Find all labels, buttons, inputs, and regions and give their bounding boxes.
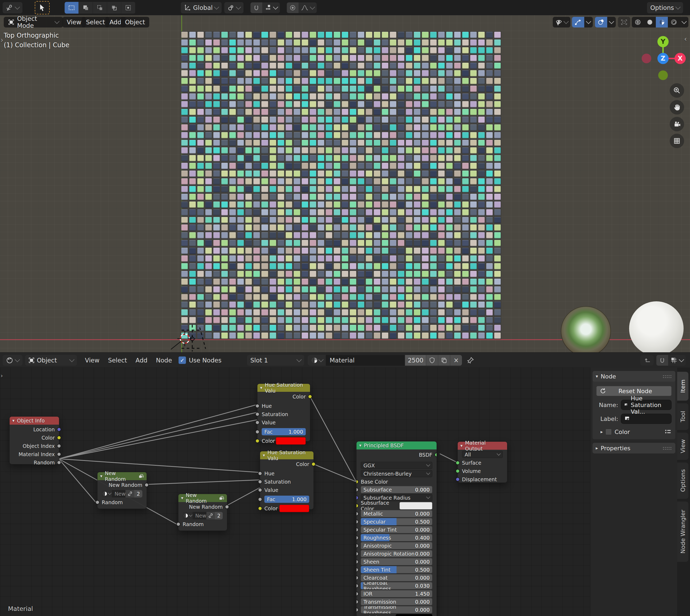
mosaic-tile[interactable] xyxy=(454,302,461,308)
mosaic-tile[interactable] xyxy=(454,224,461,230)
mosaic-tile[interactable] xyxy=(342,256,348,262)
mosaic-tile[interactable] xyxy=(253,302,260,308)
mosaic-tile[interactable] xyxy=(334,294,340,300)
mosaic-tile[interactable] xyxy=(310,40,316,46)
mosaic-tile[interactable] xyxy=(446,93,453,100)
mosaic-tile[interactable] xyxy=(221,155,228,161)
mosaic-tile[interactable] xyxy=(382,132,388,138)
mosaic-tile[interactable] xyxy=(253,178,260,184)
mosaic-tile[interactable] xyxy=(237,70,244,76)
link-button[interactable] xyxy=(126,490,134,498)
menu-add[interactable]: Add xyxy=(131,357,152,364)
mosaic-tile[interactable] xyxy=(334,70,340,76)
mosaic-tile[interactable] xyxy=(494,32,501,38)
mosaic-tile[interactable] xyxy=(261,32,268,38)
mosaic-tile[interactable] xyxy=(414,263,420,269)
mosaic-tile[interactable] xyxy=(470,232,477,238)
node-header[interactable]: ▼ Material Output xyxy=(458,442,507,450)
mosaic-tile[interactable] xyxy=(310,186,316,192)
perspective-toggle-button[interactable] xyxy=(670,134,684,148)
mosaic-tile[interactable] xyxy=(181,302,188,308)
shading-material-button[interactable] xyxy=(656,17,668,27)
proportional-edit-toggle[interactable] xyxy=(287,2,299,13)
mosaic-tile[interactable] xyxy=(422,163,428,169)
node-header[interactable]: ▼ Hue Saturation Valu xyxy=(257,384,310,392)
mosaic-tile[interactable] xyxy=(390,263,396,269)
mosaic-tile[interactable] xyxy=(237,201,244,208)
mosaic-tile[interactable] xyxy=(197,40,204,46)
mosaic-tile[interactable] xyxy=(430,256,437,262)
mosaic-tile[interactable] xyxy=(294,109,300,115)
mosaic-tile[interactable] xyxy=(366,63,372,69)
mosaic-tile[interactable] xyxy=(366,117,372,123)
node-name-field[interactable]: Hue Saturation Val... xyxy=(621,400,672,410)
mosaic-tile[interactable] xyxy=(286,263,292,269)
mosaic-tile[interactable] xyxy=(406,109,412,115)
material-users-count-button[interactable]: 2500 xyxy=(405,355,426,366)
mosaic-tile[interactable] xyxy=(350,271,356,277)
mosaic-tile[interactable] xyxy=(422,70,428,76)
mosaic-tile[interactable] xyxy=(229,325,236,331)
mosaic-tile[interactable] xyxy=(494,279,501,285)
mosaic-tile[interactable] xyxy=(270,194,276,200)
mosaic-tile[interactable] xyxy=(470,186,477,192)
gizmo-axis-x-neg[interactable] xyxy=(642,54,651,63)
mosaic-tile[interactable] xyxy=(446,140,453,146)
input-socket[interactable] xyxy=(258,480,262,484)
mosaic-tile[interactable] xyxy=(390,194,396,200)
mosaic-tile[interactable] xyxy=(446,302,453,308)
mosaic-tile[interactable] xyxy=(494,155,501,161)
mosaic-tile[interactable] xyxy=(270,248,276,254)
mosaic-tile[interactable] xyxy=(334,201,340,208)
mosaic-tile[interactable] xyxy=(478,240,484,246)
mosaic-tile[interactable] xyxy=(390,302,396,308)
mosaic-tile[interactable] xyxy=(197,117,204,123)
mosaic-tile[interactable] xyxy=(294,163,300,169)
mosaic-tile[interactable] xyxy=(382,163,388,169)
mosaic-tile[interactable] xyxy=(438,178,445,184)
overlays-dropdown[interactable] xyxy=(607,17,616,27)
mosaic-tile[interactable] xyxy=(422,155,428,161)
mosaic-tile[interactable] xyxy=(446,256,453,262)
mosaic-tile[interactable] xyxy=(350,47,356,53)
mosaic-tile[interactable] xyxy=(486,93,493,100)
mosaic-tile[interactable] xyxy=(382,178,388,184)
mosaic-tile[interactable] xyxy=(414,209,420,215)
mosaic-tile[interactable] xyxy=(245,209,252,215)
mosaic-tile[interactable] xyxy=(374,333,380,339)
mosaic-tile[interactable] xyxy=(382,217,388,223)
mosaic-tile[interactable] xyxy=(406,263,412,269)
unlink-material-button[interactable]: × xyxy=(450,355,462,366)
mosaic-tile[interactable] xyxy=(318,32,324,38)
mosaic-tile[interactable] xyxy=(398,256,404,262)
mosaic-tile[interactable] xyxy=(189,279,196,285)
mosaic-tile[interactable] xyxy=(326,47,332,53)
mosaic-tile[interactable] xyxy=(326,163,332,169)
mosaic-tile[interactable] xyxy=(398,248,404,254)
value-slider[interactable]: Clearcoat Roughness0.030 xyxy=(361,582,432,589)
mosaic-tile[interactable] xyxy=(253,232,260,238)
input-socket[interactable] xyxy=(356,592,359,596)
mosaic-tile[interactable] xyxy=(350,256,356,262)
mosaic-tile[interactable] xyxy=(197,178,204,184)
mosaic-tile[interactable] xyxy=(189,186,196,192)
mosaic-tile[interactable] xyxy=(366,279,372,285)
mosaic-tile[interactable] xyxy=(278,155,284,161)
mosaic-tile[interactable] xyxy=(229,147,236,153)
mosaic-tile[interactable] xyxy=(494,309,501,315)
mosaic-tile[interactable] xyxy=(261,101,268,107)
mosaic-tile[interactable] xyxy=(438,240,445,246)
mosaic-tile[interactable] xyxy=(213,302,220,308)
mosaic-tile[interactable] xyxy=(318,224,324,230)
mosaic-tile[interactable] xyxy=(462,140,469,146)
mosaic-tile[interactable] xyxy=(382,279,388,285)
mosaic-tile[interactable] xyxy=(422,93,428,100)
input-socket[interactable] xyxy=(356,544,359,548)
gizmo-dropdown[interactable] xyxy=(584,17,593,27)
mosaic-tile[interactable] xyxy=(398,209,404,215)
mosaic-tile[interactable] xyxy=(237,55,244,61)
editor-type-shader-dropdown[interactable] xyxy=(3,355,22,366)
mosaic-tile[interactable] xyxy=(374,63,380,69)
mosaic-tile[interactable] xyxy=(334,55,340,61)
mosaic-tile[interactable] xyxy=(253,240,260,246)
